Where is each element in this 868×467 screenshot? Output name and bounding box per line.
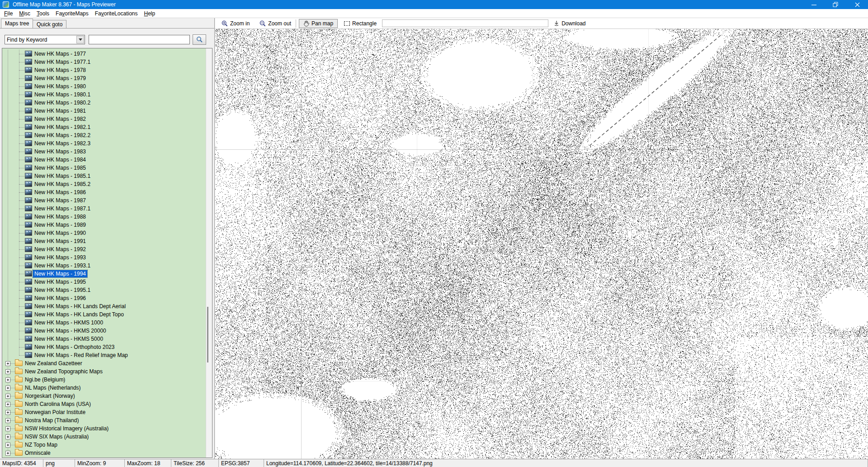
tree-item-map[interactable]: New HK Maps - 1982.3: [2, 139, 206, 148]
zoom-in-button[interactable]: Zoom in: [220, 19, 251, 28]
tree-item-folder[interactable]: NZ Topo Map: [2, 441, 206, 449]
tree-item-label[interactable]: New HK Maps - 1982.2: [33, 132, 92, 139]
tree-item-map[interactable]: New HK Maps - 1989: [2, 221, 206, 229]
tree-item-map[interactable]: New HK Maps - 1996: [2, 294, 206, 302]
tree-item-label[interactable]: NSW SIX Maps (Australia): [24, 433, 90, 440]
tree-item-label[interactable]: New HK Maps - 1978: [33, 67, 87, 74]
expand-icon[interactable]: [5, 443, 10, 448]
tree-item-label[interactable]: North Carolina Maps (USA): [24, 400, 92, 408]
expand-icon[interactable]: [5, 386, 10, 391]
tree-item-label[interactable]: New HK Maps - 1983: [33, 148, 87, 155]
tab-quick-goto[interactable]: Quick goto: [33, 20, 66, 28]
tree-item-folder[interactable]: North Carolina Maps (USA): [2, 400, 206, 408]
tree-item-folder[interactable]: Norwegian Polar Institute: [2, 408, 206, 416]
tree-item-map[interactable]: New HK Maps - 1988: [2, 213, 206, 221]
tree-item-label[interactable]: New HK Maps - 1982.3: [33, 140, 92, 147]
chevron-down-icon[interactable]: [76, 36, 84, 43]
tree-item-label[interactable]: New HK Maps - 1995.1: [33, 286, 92, 294]
tree-item-map[interactable]: New HK Maps - 1980.2: [2, 99, 206, 107]
coordinates-input[interactable]: [382, 19, 548, 27]
pan-map-button[interactable]: Pan map: [299, 19, 338, 28]
scrollbar-thumb[interactable]: [207, 307, 208, 362]
tree-item-label-selected[interactable]: New HK Maps - 1994: [33, 270, 87, 277]
tree-item-label[interactable]: New Zealand Gazetteer: [24, 360, 84, 367]
menu-file[interactable]: File: [1, 10, 16, 18]
menu-favoritelocations[interactable]: FavoriteLocations: [92, 10, 141, 18]
tree-item-map[interactable]: New HK Maps - 1982.2: [2, 131, 206, 139]
tree-scrollbar[interactable]: [206, 48, 212, 457]
tree-item-map[interactable]: New HK Maps - 1981: [2, 107, 206, 115]
tree-item-map[interactable]: New HK Maps - 1987: [2, 196, 206, 205]
tree-item-map[interactable]: New HK Maps - 1993.1: [2, 262, 206, 270]
tree-item-folder[interactable]: Omniscale: [2, 449, 206, 457]
tree-item-label[interactable]: New HK Maps - 1982.1: [33, 124, 92, 131]
tree-item-map[interactable]: New HK Maps - HKMS 1000: [2, 319, 206, 327]
close-button[interactable]: [846, 0, 868, 9]
menu-misc[interactable]: Misc: [16, 10, 33, 18]
tree-item-folder[interactable]: NSW Historical Imagery (Australia): [2, 424, 206, 433]
tree-item-map[interactable]: New HK Maps - 1980.1: [2, 91, 206, 99]
tree-item-map[interactable]: New HK Maps - 1977.1: [2, 58, 206, 66]
tree-item-label[interactable]: New HK Maps - 1987: [33, 197, 87, 204]
tree-item-map[interactable]: New HK Maps - 1982: [2, 115, 206, 123]
expand-icon[interactable]: [5, 418, 10, 423]
tree-item-label[interactable]: New HK Maps - HKMS 20000: [33, 327, 108, 334]
expand-icon[interactable]: [5, 402, 10, 407]
expand-icon[interactable]: [5, 369, 10, 374]
tree-item-label[interactable]: New HK Maps - 1977: [33, 50, 87, 57]
expand-icon[interactable]: [5, 377, 10, 382]
download-button[interactable]: Download: [552, 19, 587, 28]
tree-item-label[interactable]: Nostra Map (Thailand): [24, 417, 80, 424]
tree-item-label[interactable]: New HK Maps - 1985.1: [33, 172, 92, 180]
tree-item-label[interactable]: Norwegian Polar Institute: [24, 409, 87, 416]
tree-item-folder[interactable]: Nostra Map (Thailand): [2, 416, 206, 424]
tree-item-map[interactable]: New HK Maps - 1994: [2, 270, 206, 278]
tree-item-map[interactable]: New HK Maps - 1984: [2, 156, 206, 164]
tree-item-label[interactable]: Omniscale: [24, 449, 52, 457]
tree-item-map[interactable]: New HK Maps - 1986: [2, 188, 206, 196]
restore-button[interactable]: [825, 0, 846, 9]
tree-item-label[interactable]: New HK Maps - HKMS 1000: [33, 319, 104, 326]
expand-icon[interactable]: [5, 434, 10, 439]
expand-icon[interactable]: [5, 451, 10, 456]
tree-item-label[interactable]: New HK Maps - 1987.1: [33, 205, 92, 212]
tree-item-label[interactable]: Ngi.be (Belgium): [24, 376, 66, 383]
tree-item-label[interactable]: New HK Maps - 1985.2: [33, 181, 92, 188]
tree-item-label[interactable]: New HK Maps - 1982: [33, 115, 87, 123]
tree-item-map[interactable]: New HK Maps - 1978: [2, 66, 206, 74]
tree-item-map[interactable]: New HK Maps - HK Lands Dept Topo: [2, 310, 206, 319]
tree-item-map[interactable]: New HK Maps - 1995: [2, 278, 206, 286]
tree-item-folder[interactable]: NSW SIX Maps (Australia): [2, 433, 206, 441]
tree-item-map[interactable]: New HK Maps - 1979: [2, 74, 206, 82]
expand-icon[interactable]: [5, 394, 10, 399]
tree-item-label[interactable]: New HK Maps - 1980.1: [33, 91, 92, 98]
tab-maps-tree[interactable]: Maps tree: [1, 19, 33, 28]
tree-item-folder[interactable]: NL Maps (Netherlands): [2, 384, 206, 392]
tree-item-map[interactable]: New HK Maps - 1993: [2, 253, 206, 262]
tree-item-map[interactable]: New HK Maps - 1977: [2, 50, 206, 58]
tree-item-map[interactable]: New HK Maps - HK Lands Dept Aerial: [2, 302, 206, 310]
tree-item-label[interactable]: NZ Topo Map: [24, 441, 59, 448]
tree-item-label[interactable]: New HK Maps - 1993: [33, 254, 87, 261]
minimize-button[interactable]: [803, 0, 825, 9]
tree-item-map[interactable]: New HK Maps - 1980: [2, 82, 206, 91]
expand-icon[interactable]: [5, 410, 10, 415]
tree-item-label[interactable]: New HK Maps - 1995: [33, 278, 87, 286]
tree-item-map[interactable]: New HK Maps - 1982.1: [2, 123, 206, 131]
tree-item-label[interactable]: New HK Maps - 1989: [33, 221, 87, 229]
tree-item-label[interactable]: New HK Maps - 1977.1: [33, 58, 92, 66]
expand-icon[interactable]: [5, 426, 10, 431]
menu-tools[interactable]: Tools: [33, 10, 52, 18]
find-mode-select[interactable]: Find by Keyword: [5, 35, 85, 44]
tree-item-label[interactable]: New HK Maps - 1991: [33, 238, 87, 245]
tree-item-label[interactable]: New Zealand Topographic Maps: [24, 368, 104, 375]
tree-item-label[interactable]: New HK Maps - HK Lands Dept Topo: [33, 311, 125, 318]
tree-item-label[interactable]: New HK Maps - 1992: [33, 246, 87, 253]
tree-item-folder[interactable]: Norgeskart (Norway): [2, 392, 206, 400]
tree-item-label[interactable]: New HK Maps - 1990: [33, 229, 87, 237]
tree-item-folder[interactable]: New Zealand Gazetteer: [2, 359, 206, 367]
tree-item-label[interactable]: New HK Maps - 1980: [33, 83, 87, 90]
tree-item-label[interactable]: New HK Maps - 1984: [33, 156, 87, 163]
tree-item-label[interactable]: New HK Maps - Orthophoto 2023: [33, 343, 116, 351]
tree-item-label[interactable]: New HK Maps - 1996: [33, 295, 87, 302]
